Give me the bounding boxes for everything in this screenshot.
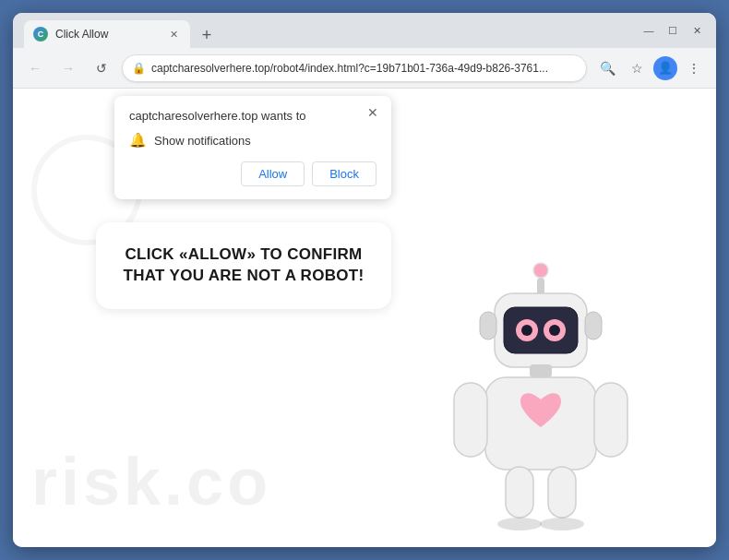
svg-rect-15 [548,467,576,518]
page-content: risk.co ✕ captcharesolverhere.top wants … [13,89,716,547]
svg-rect-14 [506,467,533,518]
toolbar: ← → ↺ 🔒 captcharesolverhere.top/robot4/i… [13,48,716,89]
block-button[interactable]: Block [312,161,376,186]
forward-button[interactable]: → [55,55,81,81]
svg-point-0 [533,263,548,278]
active-tab[interactable]: C Click Allow ✕ [24,20,190,48]
tab-close-button[interactable]: ✕ [166,27,181,42]
svg-point-16 [497,518,542,530]
popup-permission: 🔔 Show notifications [129,132,376,149]
svg-rect-8 [480,312,496,340]
svg-rect-12 [454,383,487,457]
permission-label: Show notifications [154,134,251,148]
close-button[interactable]: ✕ [688,25,705,37]
title-bar: C Click Allow ✕ + — ☐ ✕ [13,13,716,48]
svg-rect-10 [530,364,552,377]
reload-button[interactable]: ↺ [89,55,114,81]
profile-icon[interactable]: 👤 [653,56,677,80]
menu-icon[interactable]: ⋮ [681,55,707,81]
svg-rect-9 [585,312,602,340]
url-text: captcharesolverhere.top/robot4/index.htm… [151,62,577,75]
tab-favicon: C [33,27,48,42]
popup-close-button[interactable]: ✕ [364,103,382,122]
robot-svg [439,243,642,538]
svg-rect-13 [594,383,627,457]
tab-title: Click Allow [55,28,159,41]
browser-window: C Click Allow ✕ + — ☐ ✕ ← → ↺ 🔒 captchar… [13,13,716,547]
popup-title: captcharesolverhere.top wants to [129,109,376,123]
allow-button[interactable]: Allow [241,161,305,186]
maximize-button[interactable]: ☐ [664,25,681,37]
address-bar[interactable]: 🔒 captcharesolverhere.top/robot4/index.h… [122,54,587,82]
svg-rect-3 [504,307,578,353]
bookmark-icon[interactable]: ☆ [624,55,650,81]
svg-point-7 [549,325,560,336]
tab-area: C Click Allow ✕ + [24,13,633,48]
bubble-text: CLICK «ALLOW» TO CONFIRM THAT YOU ARE NO… [114,244,373,287]
search-icon[interactable]: 🔍 [594,55,620,81]
watermark-text: risk.co [31,444,271,519]
toolbar-actions: 🔍 ☆ 👤 ⋮ [594,55,707,81]
notification-popup: ✕ captcharesolverhere.top wants to 🔔 Sho… [114,96,391,199]
popup-buttons: Allow Block [129,161,376,186]
new-tab-button[interactable]: + [194,22,220,48]
bell-icon: 🔔 [129,132,147,149]
speech-bubble: CLICK «ALLOW» TO CONFIRM THAT YOU ARE NO… [96,222,391,309]
back-button[interactable]: ← [22,55,48,81]
svg-point-6 [521,325,532,336]
svg-point-17 [540,518,584,530]
lock-icon: 🔒 [132,62,146,75]
robot-illustration [439,243,642,529]
window-controls: — ☐ ✕ [640,25,705,37]
minimize-button[interactable]: — [640,25,657,36]
